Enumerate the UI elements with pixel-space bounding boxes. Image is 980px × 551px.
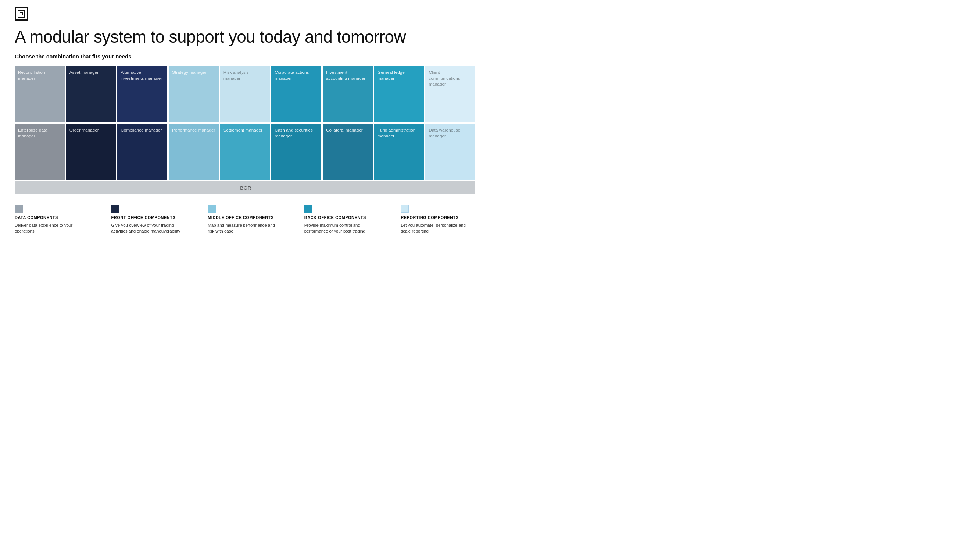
legend-desc-front: Give you overview of your trading activi… xyxy=(111,222,186,234)
legend-front: FRONT OFFICE COMPONENTS Give you overvie… xyxy=(111,205,186,234)
cell-compliance-bot: Compliance manager xyxy=(117,124,167,180)
col-gl: General ledger manager Fund administrati… xyxy=(374,66,424,180)
cell-enterprise-bot: Enterprise data manager xyxy=(15,124,65,180)
col-asset: Asset manager Order manager xyxy=(66,66,116,180)
cell-cash-bot: Cash and securities manager xyxy=(271,124,321,180)
col-corporate: Corporate actions manager Cash and secur… xyxy=(271,66,321,180)
legend-color-data xyxy=(15,205,23,213)
cell-alt-top: Alternative investments manager xyxy=(117,66,167,122)
cell-gl-top: General ledger manager xyxy=(374,66,424,122)
cell-investment-top: Investment accounting manager xyxy=(323,66,373,122)
grid-columns: Reconciliation manager Enterprise data m… xyxy=(15,66,475,180)
legend-title-reporting: REPORTING COMPONENTS xyxy=(401,215,475,220)
page-title: A modular system to support you today an… xyxy=(15,27,475,47)
legend-title-front: FRONT OFFICE COMPONENTS xyxy=(111,215,186,220)
legend-color-middle xyxy=(208,205,216,213)
legend-title-data: DATA COMPONENTS xyxy=(15,215,89,220)
legend-reporting: REPORTING COMPONENTS Let you automate, p… xyxy=(401,205,475,234)
ibor-bar: IBOR xyxy=(15,181,475,194)
legend-back: BACK OFFICE COMPONENTS Provide maximum c… xyxy=(304,205,379,234)
cell-collateral-bot: Collateral manager xyxy=(323,124,373,180)
legend-title-middle: MIDDLE OFFICE COMPONENTS xyxy=(208,215,282,220)
col-inv: Investment accounting manager Collateral… xyxy=(323,66,373,180)
col-risk: Risk analysis manager Settlement manager xyxy=(220,66,270,180)
legend-data: DATA COMPONENTS Deliver data excellence … xyxy=(15,205,89,234)
legend: DATA COMPONENTS Deliver data excellence … xyxy=(15,205,475,234)
module-grid: Reconciliation manager Enterprise data m… xyxy=(15,66,475,194)
legend-desc-reporting: Let you automate, personalize and scale … xyxy=(401,222,475,234)
col-client: Client communications manager Data wareh… xyxy=(425,66,475,180)
cell-reconciliation-top: Reconciliation manager xyxy=(15,66,65,122)
legend-color-front xyxy=(111,205,119,213)
cell-settlement-bot: Settlement manager xyxy=(220,124,270,180)
legend-desc-middle: Map and measure performance and risk wit… xyxy=(208,222,282,234)
cell-order-bot: Order manager xyxy=(66,124,116,180)
col-alt: Alternative investments manager Complian… xyxy=(117,66,167,180)
cell-corporate-top: Corporate actions manager xyxy=(271,66,321,122)
cell-client-top: Client communications manager xyxy=(425,66,475,122)
legend-color-reporting xyxy=(401,205,409,213)
cell-risk-top: Risk analysis manager xyxy=(220,66,270,122)
page-subtitle: Choose the combination that fits your ne… xyxy=(15,53,475,59)
col-reconciliation: Reconciliation manager Enterprise data m… xyxy=(15,66,65,180)
cell-asset-top: Asset manager xyxy=(66,66,116,122)
logo xyxy=(15,7,28,21)
cell-dw-bot: Data warehouse manager xyxy=(425,124,475,180)
legend-desc-data: Deliver data excellence to your operatio… xyxy=(15,222,89,234)
legend-middle: MIDDLE OFFICE COMPONENTS Map and measure… xyxy=(208,205,282,234)
legend-title-back: BACK OFFICE COMPONENTS xyxy=(304,215,379,220)
legend-color-back xyxy=(304,205,312,213)
col-strategy: Strategy manager Performance manager xyxy=(169,66,219,180)
cell-strategy-top: Strategy manager xyxy=(169,66,219,122)
cell-fund-bot: Fund administration manager xyxy=(374,124,424,180)
cell-performance-bot: Performance manager xyxy=(169,124,219,180)
legend-desc-back: Provide maximum control and performance … xyxy=(304,222,379,234)
